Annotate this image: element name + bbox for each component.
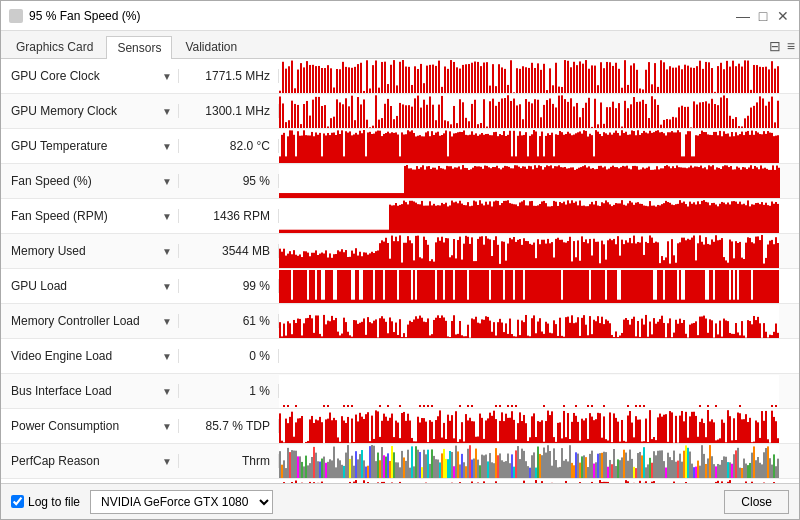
gpu-select[interactable]: NVIDIA GeForce GTX 1080 [90, 490, 273, 514]
svg-rect-67 [477, 61, 479, 92]
tab-sensors[interactable]: Sensors [106, 36, 172, 59]
sensor-dropdown-arrow[interactable]: ▼ [162, 71, 172, 82]
svg-rect-1003 [605, 200, 607, 233]
svg-rect-1528 [651, 270, 653, 303]
svg-rect-3 [285, 68, 287, 92]
svg-rect-1025 [649, 201, 651, 233]
log-checkbox[interactable] [11, 495, 24, 508]
sensor-dropdown-arrow[interactable]: ▼ [162, 456, 172, 467]
svg-rect-1306 [709, 244, 711, 267]
svg-rect-2277 [561, 448, 563, 478]
copy-icon[interactable]: ⊟ [769, 38, 781, 54]
sensor-dropdown-arrow[interactable]: ▼ [162, 141, 172, 152]
sensor-dropdown-arrow[interactable]: ▼ [162, 106, 172, 117]
svg-rect-1830 [753, 315, 755, 337]
svg-rect-1469 [533, 270, 535, 303]
svg-rect-2045 [599, 413, 601, 443]
svg-rect-253 [531, 103, 533, 128]
svg-rect-1277 [651, 237, 653, 267]
tab-graphics-card[interactable]: Graphics Card [5, 35, 104, 58]
svg-rect-144 [708, 62, 710, 93]
svg-rect-1166 [429, 261, 431, 268]
svg-rect-1395 [385, 270, 387, 303]
svg-rect-1203 [503, 241, 505, 267]
svg-rect-824 [750, 165, 752, 198]
svg-rect-838 [778, 167, 780, 197]
svg-rect-546 [697, 135, 699, 162]
svg-rect-797 [696, 166, 698, 197]
svg-rect-638 [379, 193, 381, 198]
log-to-file-label[interactable]: Log to file [11, 495, 80, 509]
svg-rect-134 [678, 65, 680, 92]
svg-rect-2064 [637, 419, 639, 442]
maximize-button[interactable]: □ [755, 8, 771, 24]
svg-rect-2143 [293, 450, 295, 477]
svg-rect-191 [345, 98, 347, 128]
sensor-dropdown-arrow[interactable]: ▼ [162, 386, 172, 397]
svg-rect-455 [515, 156, 517, 163]
svg-rect-2177 [361, 450, 363, 478]
svg-rect-162 [762, 67, 764, 93]
svg-rect-128 [660, 60, 662, 93]
svg-rect-473 [551, 132, 553, 162]
close-button[interactable]: Close [724, 490, 789, 514]
svg-rect-1648 [389, 317, 391, 338]
close-window-button[interactable]: ✕ [775, 8, 791, 24]
svg-rect-2285 [577, 453, 579, 477]
svg-rect-668 [438, 165, 440, 197]
svg-rect-2308 [623, 449, 625, 477]
svg-rect-2605 [715, 481, 717, 483]
svg-rect-2246 [499, 453, 501, 478]
svg-rect-2000 [509, 417, 511, 442]
svg-rect-1018 [635, 202, 637, 232]
svg-rect-8 [300, 63, 302, 93]
sensor-dropdown-arrow[interactable]: ▼ [162, 351, 172, 362]
svg-rect-947 [493, 201, 495, 233]
svg-rect-592 [287, 193, 289, 198]
svg-rect-1896 [301, 415, 303, 442]
svg-rect-240 [492, 98, 494, 127]
sensor-dropdown-arrow[interactable]: ▼ [162, 211, 172, 222]
svg-rect-779 [660, 168, 662, 198]
svg-rect-261 [555, 107, 557, 128]
svg-rect-477 [559, 131, 561, 163]
svg-rect-1662 [417, 318, 419, 337]
sensor-value: 1771.5 MHz [179, 69, 279, 83]
svg-rect-649 [401, 193, 403, 198]
svg-rect-2324 [655, 455, 657, 478]
svg-rect-1677 [447, 336, 449, 338]
svg-rect-289 [639, 101, 641, 127]
svg-rect-2142 [291, 450, 293, 478]
svg-rect-1632 [357, 323, 359, 337]
svg-rect-499 [603, 132, 605, 163]
sensor-dropdown-arrow[interactable]: ▼ [162, 316, 172, 327]
svg-rect-850 [299, 229, 301, 232]
svg-rect-2178 [363, 460, 365, 478]
svg-rect-284 [624, 100, 626, 127]
svg-rect-426 [457, 132, 459, 163]
svg-rect-2199 [405, 460, 407, 477]
svg-rect-823 [748, 167, 750, 198]
svg-rect-322 [738, 126, 740, 128]
svg-rect-1499 [593, 270, 595, 303]
menu-icon[interactable]: ≡ [787, 38, 795, 54]
svg-rect-1516 [627, 270, 629, 303]
tab-validation[interactable]: Validation [174, 35, 248, 58]
svg-rect-1554 [703, 270, 705, 303]
svg-rect-1452 [499, 270, 501, 303]
svg-rect-1926 [361, 416, 363, 442]
sensor-dropdown-arrow[interactable]: ▼ [162, 281, 172, 292]
sensor-dropdown-arrow[interactable]: ▼ [162, 246, 172, 257]
sensor-dropdown-arrow[interactable]: ▼ [162, 421, 172, 432]
svg-rect-6 [294, 88, 296, 93]
svg-rect-912 [423, 205, 425, 232]
sensor-dropdown-arrow[interactable]: ▼ [162, 176, 172, 187]
svg-rect-388 [381, 136, 383, 163]
svg-rect-2100 [709, 421, 711, 443]
sensor-chart [279, 165, 799, 198]
svg-rect-369 [343, 156, 345, 163]
minimize-button[interactable]: — [735, 8, 751, 24]
svg-rect-1112 [321, 252, 323, 267]
svg-rect-1718 [529, 336, 531, 338]
svg-rect-94 [558, 86, 560, 92]
